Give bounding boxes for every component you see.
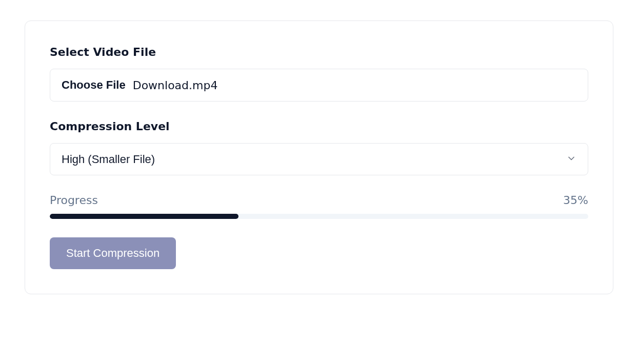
compression-level-section: Compression Level High (Smaller File) (50, 120, 588, 175)
file-select-section: Select Video File Choose File Download.m… (50, 46, 588, 102)
progress-bar-track (50, 214, 588, 219)
progress-bar-fill (50, 214, 238, 219)
choose-file-button[interactable]: Choose File (62, 78, 126, 92)
compression-card: Select Video File Choose File Download.m… (25, 21, 613, 294)
compression-level-select[interactable]: High (Smaller File) (50, 144, 588, 175)
compression-level-label: Compression Level (50, 120, 588, 133)
progress-percent: 35% (563, 194, 588, 207)
compression-select-wrapper: High (Smaller File) (50, 143, 588, 175)
progress-section: Progress 35% Start Compression (50, 194, 588, 269)
progress-label: Progress (50, 194, 98, 207)
file-select-label: Select Video File (50, 46, 588, 58)
selected-file-name: Download.mp4 (133, 79, 218, 92)
file-input[interactable]: Choose File Download.mp4 (50, 69, 588, 102)
progress-row: Progress 35% (50, 194, 588, 207)
start-compression-button[interactable]: Start Compression (50, 237, 176, 269)
